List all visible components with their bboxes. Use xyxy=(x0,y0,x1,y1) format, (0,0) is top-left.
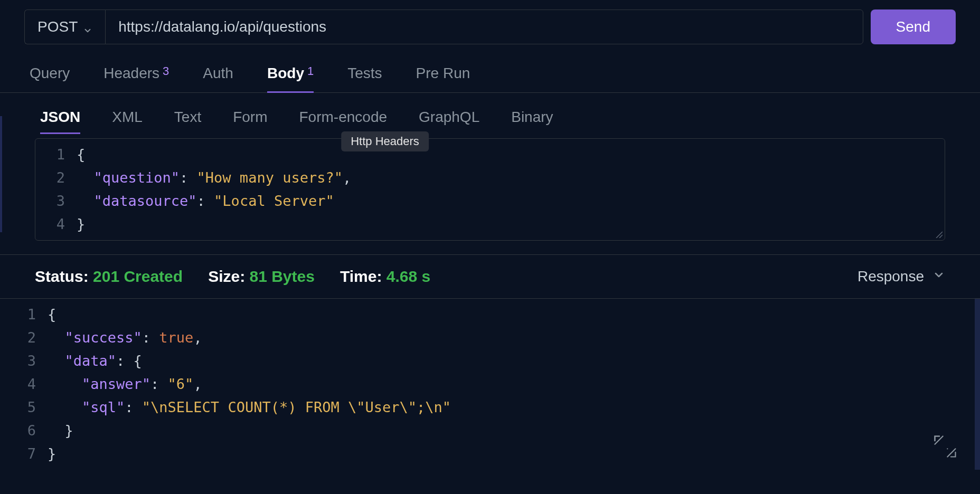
subtab-json[interactable]: JSON xyxy=(40,103,80,133)
subtab-binary[interactable]: Binary xyxy=(511,103,553,133)
code-token: { xyxy=(77,146,85,163)
code-token: "How many users?" xyxy=(197,169,343,186)
request-gutter: 1 2 3 4 xyxy=(35,143,77,236)
tab-headers[interactable]: Headers 3 xyxy=(103,59,169,92)
response-body-editor[interactable]: 1 2 3 4 5 6 7 { "success": true, "data":… xyxy=(0,299,980,470)
headers-tooltip: Http Headers xyxy=(341,131,429,151)
time-group: Time: 4.68 s xyxy=(340,268,430,286)
code-token: : xyxy=(150,376,168,392)
code-token: : xyxy=(180,169,197,186)
code-token: , xyxy=(193,329,202,346)
code-token: , xyxy=(343,169,351,186)
code-token: "question" xyxy=(94,169,180,186)
line-number: 3 xyxy=(16,349,36,373)
svg-line-2 xyxy=(935,436,943,444)
tab-auth[interactable]: Auth xyxy=(203,59,233,92)
expand-icon[interactable] xyxy=(931,433,959,460)
chevron-down-icon xyxy=(932,268,945,285)
code-token: "sql" xyxy=(82,399,125,415)
line-number: 4 xyxy=(16,373,36,396)
code-token: { xyxy=(134,353,142,369)
line-number: 2 xyxy=(16,326,36,349)
response-dropdown[interactable]: Response xyxy=(858,268,945,285)
line-number: 3 xyxy=(35,189,65,213)
code-token: : xyxy=(125,399,142,415)
status-value: 201 Created xyxy=(93,268,183,285)
tab-headers-label: Headers xyxy=(103,65,159,82)
line-number: 1 xyxy=(16,303,36,326)
tab-prerun[interactable]: Pre Run xyxy=(416,59,470,92)
code-token: "data" xyxy=(65,353,117,369)
line-number: 1 xyxy=(35,143,65,166)
line-number: 5 xyxy=(16,396,36,419)
status-group: Status: 201 Created xyxy=(35,268,183,286)
line-number: 2 xyxy=(35,166,65,189)
code-token: "answer" xyxy=(82,376,150,392)
code-token: , xyxy=(193,376,202,392)
http-method-select[interactable]: POST xyxy=(24,10,105,44)
code-token: "success" xyxy=(65,329,142,346)
line-number: 6 xyxy=(16,419,36,442)
response-dropdown-label: Response xyxy=(858,268,924,285)
size-label: Size: xyxy=(208,268,249,285)
response-status-bar: Status: 201 Created Size: 81 Bytes Time:… xyxy=(0,254,980,299)
svg-line-0 xyxy=(936,232,943,238)
tab-headers-badge: 3 xyxy=(163,64,169,78)
editor-left-accent xyxy=(0,116,2,232)
code-token: } xyxy=(65,422,73,439)
svg-line-3 xyxy=(947,449,955,457)
size-value: 81 Bytes xyxy=(249,268,314,285)
request-url-input[interactable] xyxy=(105,10,863,44)
subtab-text[interactable]: Text xyxy=(174,103,201,133)
time-value: 4.68 s xyxy=(387,268,430,285)
request-tabs: Query Headers 3 Auth Body 1 Tests Pre Ru… xyxy=(0,54,980,93)
code-token: } xyxy=(77,216,85,232)
code-token: "Local Server" xyxy=(214,193,334,209)
code-token: : xyxy=(142,329,159,346)
tab-body-badge: 1 xyxy=(307,64,314,78)
subtab-form-encode[interactable]: Form-encode xyxy=(299,103,388,133)
tab-body-label: Body xyxy=(267,65,304,82)
tab-tests-label: Tests xyxy=(347,65,382,82)
subtab-form[interactable]: Form xyxy=(233,103,267,133)
chevron-down-icon xyxy=(83,22,92,32)
subtab-graphql[interactable]: GraphQL xyxy=(419,103,479,133)
code-token: true xyxy=(159,329,193,346)
tab-auth-label: Auth xyxy=(203,65,233,82)
response-code: { "success": true, "data": { "answer": "… xyxy=(48,303,964,466)
response-gutter: 1 2 3 4 5 6 7 xyxy=(16,303,48,466)
body-type-tabs: JSON XML Text Form Form-encode GraphQL B… xyxy=(0,93,980,133)
code-token: "datasource" xyxy=(94,193,197,209)
tab-body[interactable]: Body 1 xyxy=(267,59,314,92)
tab-prerun-label: Pre Run xyxy=(416,65,470,82)
line-number: 4 xyxy=(35,213,65,236)
tab-query[interactable]: Query xyxy=(30,59,70,92)
request-bar: POST Send xyxy=(0,0,980,54)
code-token: : xyxy=(116,353,134,369)
size-group: Size: 81 Bytes xyxy=(208,268,315,286)
resize-handle-icon[interactable] xyxy=(934,230,943,238)
status-label: Status: xyxy=(35,268,93,285)
subtab-xml[interactable]: XML xyxy=(112,103,143,133)
request-body-editor[interactable]: Http Headers 1 2 3 4 { "question": "How … xyxy=(35,138,945,241)
request-code[interactable]: { "question": "How many users?", "dataso… xyxy=(77,143,945,236)
line-number: 7 xyxy=(16,442,36,466)
http-method-value: POST xyxy=(37,18,78,35)
time-label: Time: xyxy=(340,268,387,285)
code-token: } xyxy=(48,445,56,462)
send-button[interactable]: Send xyxy=(871,10,956,44)
tab-query-label: Query xyxy=(30,65,70,82)
svg-line-1 xyxy=(939,235,943,238)
tab-tests[interactable]: Tests xyxy=(347,59,382,92)
code-token: { xyxy=(48,306,56,322)
code-token: : xyxy=(197,193,214,209)
code-token: "6" xyxy=(168,376,194,392)
code-token: "\nSELECT COUNT(*) FROM \"User\";\n" xyxy=(142,399,451,415)
